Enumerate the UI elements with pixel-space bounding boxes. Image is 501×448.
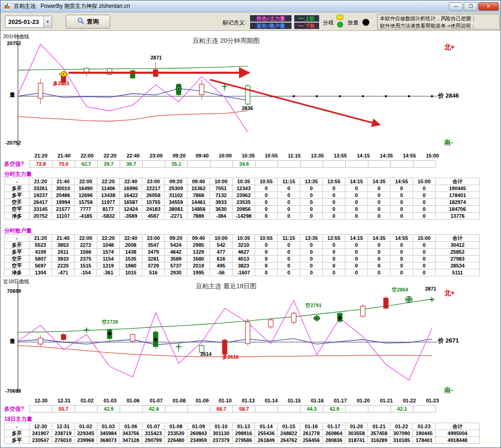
duokong-cell: [300, 160, 323, 168]
minimize-button[interactable]: —: [449, 2, 463, 11]
table-cell: 0: [345, 241, 368, 249]
table-cell: 12343: [232, 185, 255, 192]
close-button[interactable]: ✕: [478, 2, 499, 11]
table-cell: 3281: [142, 255, 165, 262]
table-cell: 1680: [187, 255, 210, 262]
table-cell: 315423: [142, 430, 165, 437]
table-cell: 0: [390, 185, 413, 192]
table-cell: 0: [413, 185, 436, 192]
query-button[interactable]: 查询: [66, 15, 110, 29]
date-axis-label: 01-16: [306, 398, 329, 404]
date-axis-label: 01-23: [421, 398, 444, 404]
candle-body: [222, 340, 227, 355]
table-cell: 22217: [142, 185, 165, 192]
duokong-cell: 70.0: [52, 160, 75, 168]
duokong-cell: 34.6: [233, 160, 256, 168]
date-select[interactable]: 2025-01-23 ▼: [5, 16, 52, 28]
table-column-header: 13:35: [300, 234, 323, 242]
table-row-label: 净多: [4, 269, 29, 276]
table-cell: 1995: [187, 269, 210, 276]
table-cell: 7132: [210, 192, 233, 199]
duokong-cell: 55.7: [52, 405, 75, 413]
candle-body: [245, 322, 250, 343]
table-cell: 0: [367, 241, 390, 249]
content-area: 20分钟曲线 豆粕主连 20分钟周期图 2871多28532836 20752 …: [0, 31, 501, 448]
table-cell: 0: [367, 212, 390, 220]
volume-icon: [362, 19, 369, 26]
table-cell: 190445: [413, 430, 436, 437]
table-cell: 3589: [164, 255, 187, 262]
disclaimer-line1: 本软件仅做数据分析统计，风险自己把握；: [380, 15, 499, 22]
table-cell: 23962: [232, 192, 255, 199]
chevron-down-icon[interactable]: ▼: [43, 16, 52, 27]
table-column-header: 01-08: [164, 423, 187, 430]
table-column-header: 01-13: [232, 423, 255, 430]
candle-body: [384, 298, 388, 308]
table-row: 净多1304-471-154-361101551629301995-56-160…: [4, 269, 480, 276]
table-cell: 0: [367, 185, 390, 192]
date-value: 2025-01-23: [6, 16, 43, 27]
table-cell: 4627: [232, 248, 255, 256]
table-cell: 255436: [255, 430, 278, 437]
table-cell: 5807: [29, 255, 52, 262]
table-cell: 2611: [52, 248, 75, 256]
chart20-volume-axis-label: 量: [10, 91, 15, 99]
duokong-cell: [75, 405, 98, 413]
table-corner-cell: -: [4, 234, 29, 242]
table-cell: 316289: [367, 436, 390, 444]
table-column-header: 01-21: [367, 423, 390, 430]
table-column-header: 01-09: [187, 423, 210, 430]
time-axis-label: 10:55: [260, 153, 283, 159]
table-cell: 3823: [232, 262, 255, 269]
chart-annotation: 空2728: [102, 319, 118, 325]
table-cell: 178401: [413, 436, 436, 444]
table-cell: 3630: [210, 205, 233, 213]
time-axis-label: 22:20: [99, 153, 122, 159]
date-axis-label: 01-09: [191, 398, 214, 404]
table-cell: 301130: [210, 430, 233, 437]
table-column-header: 15:00: [413, 234, 436, 242]
table-cell: 11107: [52, 212, 75, 220]
chart18-ymin-label: -70699: [5, 388, 21, 394]
table-total-cell: 4995004: [435, 430, 480, 437]
table-column-header: 10:00: [210, 178, 233, 185]
table-cell: 0: [367, 269, 390, 276]
chart-annotation: 多2616: [222, 354, 239, 360]
marker-dot: [63, 73, 64, 75]
table-cell: 1574: [97, 248, 120, 256]
table-cell: 19237: [29, 192, 52, 199]
chart-annotation: 空2791: [305, 303, 321, 308]
table-cell: -361: [97, 269, 120, 276]
table-cell: 0: [255, 269, 278, 276]
table-cell: 0: [255, 198, 278, 206]
table-cell: 303558: [345, 430, 368, 437]
table-column-header: 10:55: [255, 178, 278, 185]
duokong-cell: 66.7: [210, 405, 233, 413]
duokong-label: 多空值?: [4, 405, 29, 413]
lower-band-line-icon: [298, 25, 303, 26]
disclaimer-box: 本软件仅做数据分析统计，风险自己把握； 软件使用方法请查看帮助菜单->使用说明；: [377, 14, 500, 29]
table-cell: 0: [322, 205, 345, 213]
duokong-cell: [120, 405, 143, 413]
table-column-header: 13:35: [300, 178, 323, 185]
duokong-cell: [368, 160, 391, 168]
maximize-button[interactable]: ❐: [464, 2, 478, 11]
duokong-cell: [278, 405, 301, 413]
table-cell: 0: [367, 262, 390, 269]
table-cell: 3210: [232, 241, 255, 249]
price-dot: [316, 95, 318, 97]
duokong-cell: [255, 160, 278, 168]
price-dot: [431, 95, 433, 97]
legend-mainforce: 粉色=主力量: [250, 15, 291, 22]
table-row-label: 多开: [4, 430, 29, 437]
table-cell: 276010: [52, 436, 75, 444]
table-cell: 1438: [119, 248, 142, 256]
duokong-cell: 44.3: [300, 405, 323, 413]
table-cell: 7051: [210, 185, 233, 192]
table-column-header: 01-20: [345, 423, 368, 430]
table-cell: 0: [277, 185, 300, 192]
disclaimer-line2: 软件使用方法请查看帮助菜单->使用说明；: [380, 22, 499, 29]
table-cell: 12696: [74, 192, 97, 199]
table-cell: 1154: [97, 255, 120, 262]
table-cell: 0: [255, 205, 278, 213]
